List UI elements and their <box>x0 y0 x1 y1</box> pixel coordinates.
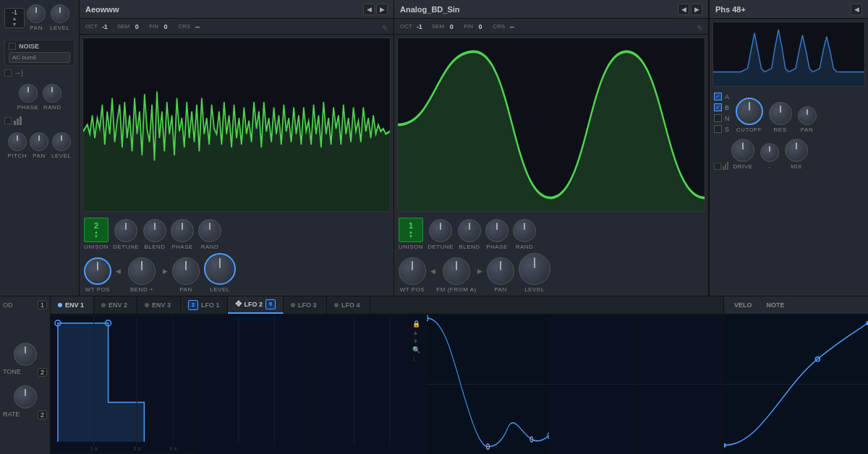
phase-knob-left[interactable] <box>19 84 38 103</box>
osc1-next-btn[interactable]: ▶ <box>376 4 388 15</box>
osc2-next-btn[interactable]: ▶ <box>691 4 702 15</box>
osc1-waveform[interactable] <box>82 38 391 212</box>
osc2-fin-value[interactable]: 0 <box>475 23 485 30</box>
pitch-knob[interactable] <box>8 132 27 151</box>
lfo1-tab-label: LFO 1 <box>201 301 220 309</box>
lfo2-svg <box>427 314 549 454</box>
osc1-fin-value[interactable]: 0 <box>161 23 171 30</box>
osc1-bend-label: BEND + <box>130 286 153 293</box>
scroll-up-icon[interactable]: ▲ <box>412 329 420 336</box>
osc1-sem-value[interactable]: 0 <box>132 23 142 30</box>
osc2-blend-knob[interactable] <box>458 219 481 242</box>
filter-a-checkbox[interactable]: ✓ <box>714 93 722 100</box>
pan2-knob[interactable] <box>30 132 48 151</box>
filter-n-checkbox[interactable] <box>714 114 722 122</box>
osc2-pan-knob[interactable] <box>487 257 514 285</box>
drive-checkbox[interactable] <box>714 163 721 170</box>
osc2-prev-btn[interactable]: ◀ <box>678 4 689 15</box>
osc2-unison-box[interactable]: 1 ▲ ▼ <box>399 218 423 242</box>
octave-up-arrow[interactable]: ▲ <box>12 16 17 21</box>
tab-lfo4[interactable]: LFO 4 <box>327 296 370 314</box>
osc3-waveform[interactable] <box>712 22 865 87</box>
arrow-checkbox[interactable] <box>4 69 12 77</box>
level2-knob[interactable] <box>52 132 71 151</box>
osc2-sem-value[interactable]: 0 <box>446 23 456 30</box>
lock-icon[interactable]: 🔒 <box>412 320 420 327</box>
osc2-level-knob[interactable] <box>519 253 550 285</box>
cutoff-knob[interactable] <box>736 98 763 125</box>
osc1-edit-btn[interactable]: ✎ <box>382 20 388 33</box>
osc1-crs-value[interactable]: -- <box>192 23 203 30</box>
octave-down-arrow[interactable]: ▼ <box>12 22 17 27</box>
tab-lfo1[interactable]: 2 LFO 1 <box>181 296 228 314</box>
osc1-blend-label: BLEND <box>144 244 165 250</box>
osc1-level-knob[interactable] <box>204 253 236 285</box>
osc1-pan-knob[interactable] <box>172 257 200 285</box>
pan-icon[interactable]: ↕ <box>412 355 420 362</box>
rate-label: RATE <box>3 411 20 419</box>
osc1-bend-left-arrow[interactable]: ◀ <box>116 267 121 275</box>
osc2-edit-btn[interactable]: ✎ <box>697 20 702 33</box>
zoom-icon[interactable]: 🔍 <box>412 346 420 354</box>
osc2-fm-knob[interactable] <box>443 257 470 285</box>
mix-knob[interactable] <box>785 139 808 162</box>
osc1-oct-value[interactable]: -1 <box>100 23 110 30</box>
osc2-waveform[interactable] <box>397 38 705 212</box>
tab-lfo3[interactable]: LFO 3 <box>284 296 327 314</box>
noise-type-selector[interactable]: AC bum£ <box>9 52 70 63</box>
od-label: OD <box>3 301 13 309</box>
pan-knob[interactable] <box>27 4 46 23</box>
tab-lfo2[interactable]: ✥ LFO 2 9 <box>228 296 284 314</box>
osc2-detune-knob[interactable] <box>429 219 452 242</box>
osc3-filter-panel: Phs 48+ ◀ ✓ A <box>709 0 868 296</box>
filter-checkboxes: ✓ A ✓ B N S <box>714 93 730 133</box>
osc2-fm-right-arrow[interactable]: ▶ <box>477 267 482 275</box>
osc1-phase-knob[interactable] <box>171 219 194 242</box>
osc2-oct-value[interactable]: -1 <box>414 23 425 30</box>
env3-svg <box>311 314 426 454</box>
tone-section: TONE 2 <box>3 343 47 377</box>
rate-value[interactable]: 2 <box>38 411 47 419</box>
osc3-prev-btn[interactable]: ◀ <box>851 4 862 15</box>
filter-pan-knob[interactable] <box>798 106 817 125</box>
lfo2-move-icon: ✥ <box>235 299 242 309</box>
osc2-crs-value[interactable]: -- <box>507 23 517 30</box>
velo-tab[interactable]: VELO <box>730 301 757 309</box>
note-tab[interactable]: NOTE <box>762 301 789 309</box>
rand-knob-left[interactable] <box>43 84 61 103</box>
filter-s-checkbox[interactable] <box>714 125 722 133</box>
dash-knob[interactable] <box>760 143 779 162</box>
osc1-bend-knob[interactable] <box>128 257 156 285</box>
noise-checkbox[interactable] <box>9 43 16 50</box>
filter-a-label: A <box>725 93 729 100</box>
tone-knob[interactable] <box>14 343 37 366</box>
rate-knob[interactable] <box>14 385 37 408</box>
osc1-bend-arrows: ◀ ▶ <box>116 257 168 285</box>
rand-knob-item: RAND <box>43 84 61 111</box>
scroll-down-icon[interactable]: ▼ <box>412 338 420 345</box>
tab-env3[interactable]: ENV 3 <box>137 296 181 314</box>
octave-spinbox[interactable]: -1 ▲ ▼ <box>4 8 25 28</box>
mix-item: MIX <box>785 139 808 170</box>
osc1-unison-box[interactable]: 2 ▲ ▼ <box>84 218 109 242</box>
osc2-fm-left-arrow[interactable]: ◀ <box>430 267 435 275</box>
tab-env2[interactable]: ENV 2 <box>94 296 137 314</box>
osc2-wtpos-knob[interactable] <box>399 257 426 285</box>
drive-knob[interactable] <box>731 139 754 162</box>
osc1-wtpos-knob[interactable] <box>84 257 111 285</box>
osc2-rand-knob[interactable] <box>513 219 536 242</box>
osc1-blend-knob[interactable] <box>143 219 166 242</box>
od-value[interactable]: 1 <box>38 301 47 309</box>
osc1-rand-knob[interactable] <box>198 219 221 242</box>
osc1-detune-knob[interactable] <box>114 219 137 242</box>
osc1-bend-right-arrow[interactable]: ▶ <box>163 267 168 275</box>
level-knob[interactable] <box>51 4 69 23</box>
res-knob[interactable] <box>769 102 792 125</box>
filter-b-checkbox[interactable]: ✓ <box>714 103 722 111</box>
osc2-phase-knob[interactable] <box>485 219 509 242</box>
bar-checkbox[interactable] <box>4 117 12 124</box>
tab-env1[interactable]: ENV 1 <box>51 296 94 314</box>
lfo2-display[interactable] <box>427 314 550 454</box>
tone-value[interactable]: 2 <box>38 368 47 377</box>
osc1-prev-btn[interactable]: ◀ <box>363 4 375 15</box>
